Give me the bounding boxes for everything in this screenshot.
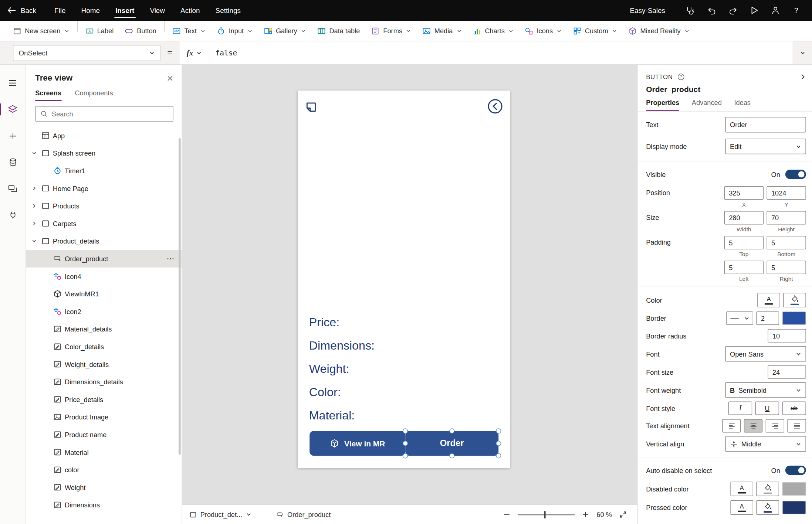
tree-item-order-product[interactable]: Order_product⋯ [26,250,182,268]
ribbon-item-custom[interactable]: Custom [567,21,623,41]
border-weight-input[interactable] [756,312,779,325]
formula-input[interactable]: fx false [179,41,792,64]
tree-item-products[interactable]: Products [26,197,182,215]
canvas[interactable]: Price:Dimensions:Weight:Color:Material: … [182,65,637,504]
tree-item-weight-details[interactable]: Weight_details [26,355,182,373]
canvas-label-material[interactable]: Material: [309,408,375,423]
padding-bottom-input[interactable] [767,236,806,249]
tree-item-icon2[interactable]: Icon2 [26,303,182,320]
app-screen-preview[interactable]: Price:Dimensions:Weight:Color:Material: … [298,91,510,468]
text-value-input[interactable] [725,117,806,132]
border-style-select[interactable] [726,312,753,325]
tree-item-icon4[interactable]: Icon4 [26,268,182,285]
border-radius-input[interactable] [768,329,806,342]
more-options-icon[interactable]: ⋯ [163,254,177,263]
ribbon-item-input[interactable]: Input [211,21,258,41]
tree-item-color[interactable]: color [26,461,182,479]
tree-item-dimensions-details[interactable]: Dimensions_details [26,373,182,391]
search-box[interactable] [35,106,173,122]
screen-selector[interactable]: Product_det... [189,511,251,518]
tree-item-material-details[interactable]: Material_details [26,320,182,338]
tree-item-viewinmr1[interactable]: ViewInMR1 [26,285,182,303]
formula-bar-expand[interactable] [792,50,812,55]
tree-item-material[interactable]: Material [26,443,182,461]
position-y-input[interactable] [767,186,806,200]
pressed-fill-color-button[interactable] [756,500,779,515]
undo-icon[interactable] [707,7,716,14]
menu-settings[interactable]: Settings [208,0,248,21]
align-left-button[interactable] [722,419,741,432]
display-mode-select[interactable]: Edit [725,139,806,154]
props-tab-ideas[interactable]: Ideas [734,99,751,111]
size-height-input[interactable] [767,211,806,224]
rail-data-button[interactable] [0,149,26,175]
pressed-color-swatch[interactable] [782,501,806,514]
user-icon[interactable] [771,6,779,14]
menu-insert[interactable]: Insert [108,0,142,21]
rail-tree-view-button[interactable] [0,96,26,122]
zoom-slider-thumb[interactable] [544,511,545,518]
font-color-button[interactable]: A [757,293,780,307]
align-right-button[interactable] [766,419,784,432]
tree-expand-icon[interactable] [30,186,38,191]
selected-control-indicator[interactable]: Order_product [277,511,331,518]
tree-expand-icon[interactable] [30,150,38,156]
tree-scrollbar[interactable] [179,138,181,455]
zoom-out-icon[interactable] [503,511,511,518]
canvas-label-weight[interactable]: Weight: [309,361,375,377]
selection-handle[interactable] [496,428,501,433]
disabled-fill-color-button[interactable] [756,482,779,496]
selection-handle[interactable] [403,441,408,446]
tree-item-home-page[interactable]: Home Page [26,180,182,197]
tree-tab-components[interactable]: Components [75,89,113,101]
ribbon-item-mixed-reality[interactable]: Mixed Reality [623,21,695,41]
tree-item-splash-screen[interactable]: Splash screen [26,144,182,162]
ribbon-item-text[interactable]: AbcText [167,21,211,41]
view-in-mr-button[interactable]: View in MR [309,431,405,456]
vertical-align-select[interactable]: Middle [725,436,806,452]
tree-item-dimensions[interactable]: Dimensions [26,496,182,514]
padding-right-input[interactable] [767,261,806,274]
visible-toggle[interactable] [785,170,806,179]
props-tab-properties[interactable]: Properties [646,99,679,111]
underline-button[interactable]: U [755,401,779,415]
close-icon[interactable] [167,75,173,81]
selection-handle[interactable] [449,453,454,458]
play-icon[interactable] [751,6,758,14]
disabled-color-swatch[interactable] [782,482,806,496]
zoom-in-icon[interactable] [582,511,589,518]
rail-tools-button[interactable] [0,202,26,228]
padding-top-input[interactable] [724,236,764,249]
fill-color-button[interactable] [783,293,806,307]
zoom-slider[interactable] [518,511,575,518]
props-tab-advanced[interactable]: Advanced [692,99,722,111]
tree-item-color-details[interactable]: Color_details [26,338,182,355]
help-icon[interactable]: ? [792,6,800,14]
tree-expand-icon[interactable] [30,221,38,226]
menu-action[interactable]: Action [173,0,208,21]
order-button[interactable]: Order [405,431,498,456]
pressed-font-color-button[interactable]: A [730,500,753,515]
font-select[interactable]: Open Sans [725,346,806,362]
align-center-button[interactable] [744,419,762,432]
back-button[interactable]: Back [0,0,47,21]
ribbon-item-gallery[interactable]: Gallery [258,21,311,41]
tree-item-product-details[interactable]: Product_details [26,232,182,250]
canvas-label-color[interactable]: Color: [309,384,375,400]
tree-item-product-image[interactable]: Product Image [26,408,182,426]
size-width-input[interactable] [724,211,764,224]
app-checker-icon[interactable] [686,6,694,15]
tree-expand-icon[interactable] [30,203,38,208]
strikethrough-button[interactable]: ab [782,401,806,415]
rail-menu-button[interactable] [0,70,26,96]
ribbon-item-icons[interactable]: Icons [519,21,567,41]
menu-view[interactable]: View [142,0,173,21]
back-circle-icon[interactable] [487,98,503,114]
tree-item-carpets[interactable]: Carpets [26,215,182,232]
disabled-font-color-button[interactable]: A [730,482,753,496]
canvas-label-dimensions[interactable]: Dimensions: [309,338,375,353]
ribbon-item-forms[interactable]: Forms [366,21,417,41]
tree-item-price-details[interactable]: Price_details [26,391,182,408]
menu-home[interactable]: Home [73,0,107,21]
note-icon[interactable] [304,101,318,114]
